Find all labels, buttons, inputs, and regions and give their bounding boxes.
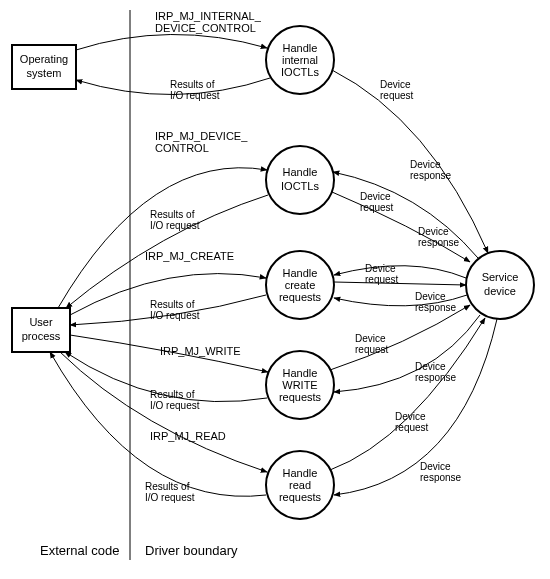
edge-device-request-4 [330,305,470,370]
region-external-code: External code [40,543,120,558]
label-irp-internal-device-control-2: DEVICE_CONTROL [155,22,256,34]
label-device-response-4b: response [415,372,457,383]
label-device-response-2a-2: response [410,170,452,181]
label-irp-create: IRP_MJ_CREATE [145,250,234,262]
svg-text:User: User [29,316,53,328]
edge-irp-device-control [58,168,267,308]
svg-text:IOCTLs: IOCTLs [281,180,319,192]
svg-text:internal: internal [282,54,318,66]
label-device-request-3a: Device [365,263,396,274]
svg-text:IOCTLs: IOCTLs [281,66,319,78]
label-device-request-1b: request [380,90,414,101]
label-results-io-5a: Results of [145,481,190,492]
label-device-request-5a: Device [395,411,426,422]
node-handle-ioctls: Handle IOCTLs [266,146,334,214]
node-handle-write-requests: Handle WRITE requests [266,351,334,419]
label-irp-device-control-2: CONTROL [155,142,209,154]
label-results-io-3b: I/O request [150,310,200,321]
node-handle-internal-ioctls: Handle internal IOCTLs [266,26,334,94]
label-device-response-5a: Device [420,461,451,472]
label-results-io-2a: Results of [150,209,195,220]
label-results-io-1a: Results of [170,79,215,90]
label-device-request-4b: request [355,344,389,355]
node-service-device: Service device [466,251,534,319]
label-device-request-1a: Device [380,79,411,90]
label-results-io-3a: Results of [150,299,195,310]
label-device-response-2a-1: Device [410,159,441,170]
svg-text:device: device [484,285,516,297]
svg-text:WRITE: WRITE [282,379,317,391]
label-results-io-1b: I/O request [170,90,220,101]
edge-device-response-3a [334,266,466,278]
svg-text:process: process [22,330,61,342]
label-device-response-3a-1: Device [418,226,449,237]
label-irp-internal-device-control-1: IRP_MJ_INTERNAL_ [155,10,262,22]
node-operating-system: Operating system [12,45,76,89]
label-irp-write: IRP_MJ_WRITE [160,345,241,357]
svg-text:system: system [27,67,62,79]
label-device-response-3a-2: response [418,237,460,248]
svg-text:requests: requests [279,391,322,403]
node-user-process: User process [12,308,70,352]
svg-text:Operating: Operating [20,53,68,65]
label-irp-read: IRP_MJ_READ [150,430,226,442]
label-device-response-3b-2: response [415,302,457,313]
svg-text:Handle: Handle [283,166,318,178]
node-handle-read-requests: Handle read requests [266,451,334,519]
label-results-io-4a: Results of [150,389,195,400]
label-device-request-2a: Device [360,191,391,202]
svg-text:Service: Service [482,271,519,283]
svg-text:Handle: Handle [283,467,318,479]
svg-text:Handle: Handle [283,42,318,54]
label-results-io-4b: I/O request [150,400,200,411]
label-device-request-3b: request [365,274,399,285]
label-device-request-5b: request [395,422,429,433]
driver-dfd-diagram: External code Driver boundary Operating … [0,0,550,579]
label-device-response-4a: Device [415,361,446,372]
svg-text:Handle: Handle [283,367,318,379]
label-device-request-2b: request [360,202,394,213]
svg-text:read: read [289,479,311,491]
label-device-response-3b-1: Device [415,291,446,302]
edge-device-request-2 [332,192,470,262]
node-handle-create-requests: Handle create requests [266,251,334,319]
edge-device-request-3 [334,282,466,285]
label-results-io-2b: I/O request [150,220,200,231]
label-irp-device-control-1: IRP_MJ_DEVICE_ [155,130,248,142]
edge-device-request-5 [330,318,485,470]
svg-text:requests: requests [279,291,322,303]
edge-irp-internal-device-control [76,34,267,50]
label-device-request-4a: Device [355,333,386,344]
region-driver-boundary: Driver boundary [145,543,238,558]
svg-text:requests: requests [279,491,322,503]
svg-text:create: create [285,279,316,291]
svg-text:Handle: Handle [283,267,318,279]
label-results-io-5b: I/O request [145,492,195,503]
label-device-response-5b: response [420,472,462,483]
